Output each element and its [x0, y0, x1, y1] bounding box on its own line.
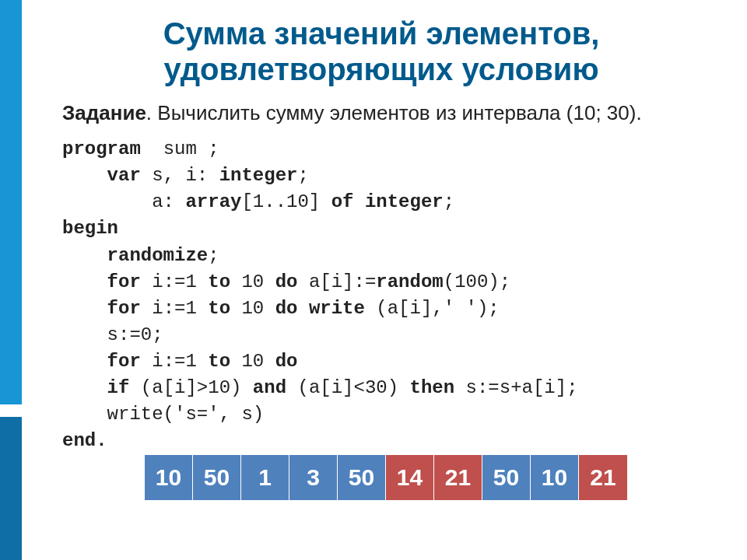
kw-if: if [62, 377, 129, 398]
array-cell-1: 50 [193, 455, 241, 500]
kw-end: end. [62, 430, 107, 451]
kw-and: and [253, 377, 286, 398]
array-cell-7: 50 [482, 455, 531, 500]
array-cell-3: 3 [289, 455, 338, 500]
code-text: 10 [230, 298, 275, 319]
title-line-2: удовлетворяющих условию [163, 52, 598, 86]
code-text [62, 245, 107, 266]
code-text: sum ; [141, 138, 219, 159]
code-text: (a[i]<30) [286, 377, 409, 398]
code-text: (a[i]>10) [129, 377, 252, 398]
slide: Сумма значений элементов, удовлетворяющи… [0, 0, 747, 560]
code-text: ; [297, 165, 308, 186]
code-text: i:=1 [141, 351, 208, 372]
code-text: ; [208, 245, 219, 266]
kw-to: to [208, 298, 230, 319]
kw-do-write: do write [275, 298, 365, 319]
accent-bar-dark [0, 417, 22, 560]
code-block: program sum ; var s, i: integer; a: arra… [62, 136, 700, 454]
code-text: (a[i],' '); [365, 298, 500, 319]
kw-for: for [62, 298, 141, 319]
kw-to: to [208, 271, 230, 292]
task-text: . Вычислить сумму элементов из интервала… [146, 101, 642, 124]
kw-integer: integer [219, 165, 298, 186]
code-text: i:=1 [141, 298, 208, 319]
kw-for: for [62, 271, 141, 292]
accent-gap [0, 404, 22, 417]
code-text: 10 [230, 271, 275, 292]
array-cell-9: 21 [579, 455, 627, 500]
code-text: (100); [444, 271, 510, 292]
code-text: i:=1 [141, 271, 208, 292]
task-paragraph: Задание. Вычислить сумму элементов из ин… [62, 101, 700, 125]
array-cell-4: 50 [338, 455, 386, 500]
code-text: s:=0; [62, 324, 163, 345]
kw-to: to [208, 351, 230, 372]
kw-do: do [275, 271, 298, 292]
slide-title: Сумма значений элементов, удовлетворяющи… [62, 16, 700, 87]
title-line-1: Сумма значений элементов, [163, 16, 600, 51]
kw-begin: begin [62, 218, 118, 239]
kw-then: then [410, 377, 455, 398]
code-text: s, i: [141, 165, 219, 186]
array-row: 105013501421501021 [145, 455, 627, 500]
kw-array: array [185, 191, 241, 212]
code-text: s:=s+a[i]; [454, 377, 577, 398]
code-text: ; [444, 191, 454, 212]
array-cell-8: 10 [531, 455, 579, 500]
code-text: a[i]:= [297, 271, 376, 292]
code-text: write('s=', s) [62, 404, 264, 425]
array-cell-5: 14 [386, 455, 434, 500]
code-text: a: [62, 191, 185, 212]
code-text: 10 [230, 351, 275, 372]
task-label: Задание [62, 101, 146, 124]
kw-program: program [62, 138, 141, 159]
array-cell-2: 1 [241, 455, 289, 500]
code-text: [1..10] [241, 191, 331, 212]
kw-var: var [62, 165, 141, 186]
kw-randomize: randomize [107, 245, 209, 266]
array-cell-6: 21 [434, 455, 482, 500]
array-cell-0: 10 [145, 455, 193, 500]
kw-of-integer: of integer [331, 191, 444, 212]
kw-for: for [62, 351, 141, 372]
kw-random: random [376, 271, 443, 292]
kw-do: do [275, 351, 298, 372]
